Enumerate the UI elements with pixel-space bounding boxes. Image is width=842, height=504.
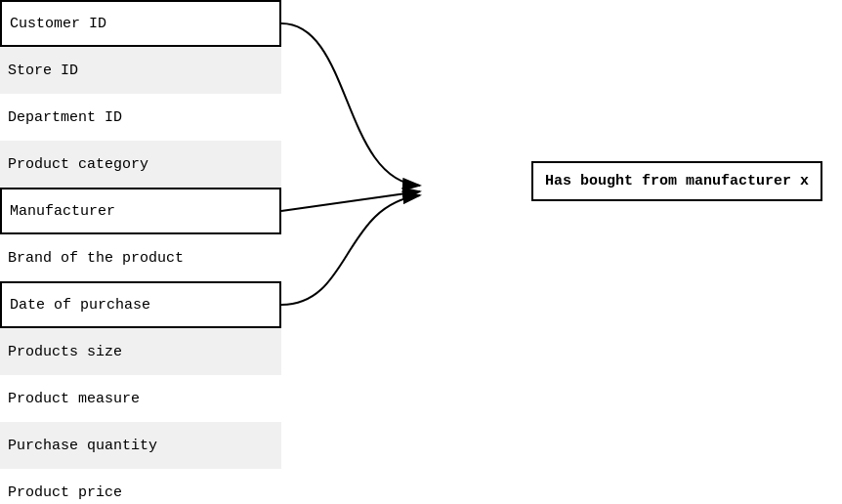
feature-item-product-price: Product price — [0, 469, 281, 504]
feature-label-customer-id: Customer ID — [10, 16, 106, 32]
arrow-customer-id — [281, 23, 420, 186]
output-box: Has bought from manufacturer x — [531, 161, 822, 201]
feature-item-store-id: Store ID — [0, 47, 281, 94]
feature-label-manufacturer: Manufacturer — [10, 203, 115, 220]
feature-item-date-of-purchase: Date of purchase — [0, 281, 281, 328]
diagram-container: Customer ID Store ID Department ID Produ… — [0, 0, 842, 504]
arrow-date-of-purchase — [281, 195, 420, 305]
feature-item-purchase-quantity: Purchase quantity — [0, 422, 281, 469]
feature-item-department-id: Department ID — [0, 94, 281, 141]
feature-label-products-size: Products size — [8, 344, 122, 360]
feature-list: Customer ID Store ID Department ID Produ… — [0, 0, 281, 504]
arrow-manufacturer — [281, 191, 420, 211]
feature-label-product-category: Product category — [8, 156, 148, 173]
feature-item-customer-id: Customer ID — [0, 0, 281, 47]
output-label: Has bought from manufacturer x — [545, 173, 809, 189]
feature-item-product-measure: Product measure — [0, 375, 281, 422]
feature-label-brand: Brand of the product — [8, 250, 184, 267]
feature-label-purchase-quantity: Purchase quantity — [8, 438, 157, 454]
feature-label-store-id: Store ID — [8, 63, 78, 79]
feature-item-manufacturer: Manufacturer — [0, 188, 281, 234]
feature-item-products-size: Products size — [0, 328, 281, 375]
feature-label-product-measure: Product measure — [8, 391, 140, 407]
feature-label-department-id: Department ID — [8, 109, 122, 126]
feature-item-brand: Brand of the product — [0, 234, 281, 281]
feature-item-product-category: Product category — [0, 141, 281, 188]
feature-label-product-price: Product price — [8, 484, 122, 501]
feature-label-date-of-purchase: Date of purchase — [10, 297, 150, 314]
